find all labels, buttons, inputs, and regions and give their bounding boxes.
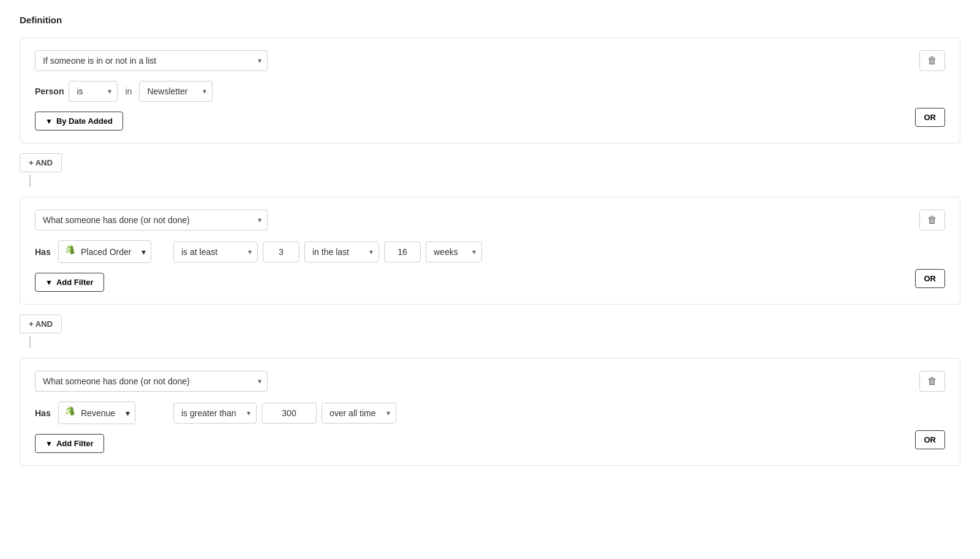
block2-has-label: Has bbox=[35, 247, 53, 257]
and-connector-1: + AND bbox=[20, 153, 960, 187]
and-button-2[interactable]: + AND bbox=[20, 314, 62, 333]
block2-event-wrapper[interactable]: Placed Order ▾ bbox=[58, 240, 168, 263]
condition-block-2: What someone has done (or not done) If s… bbox=[20, 197, 960, 305]
block3-header: What someone has done (or not done) If s… bbox=[35, 371, 945, 392]
block3-filter-icon: ▼ bbox=[45, 439, 53, 448]
block1-person-is-wrapper[interactable]: is is not ▾ bbox=[69, 81, 118, 102]
block2-condition-wrapper[interactable]: is at least is at most equals does not e… bbox=[173, 241, 258, 262]
block3-filter-label: Add Filter bbox=[56, 439, 94, 448]
block2-condition-row: Has Placed Order ▾ is at least is at mos… bbox=[35, 240, 945, 263]
block1-or-button[interactable]: OR bbox=[915, 108, 946, 127]
block1-person-is-select[interactable]: is is not bbox=[69, 81, 118, 102]
block2-header: What someone has done (or not done) If s… bbox=[35, 210, 945, 230]
block2-bottom-row: ▼ Add Filter OR bbox=[35, 265, 945, 292]
block3-condition-wrapper[interactable]: is greater than is less than equals is a… bbox=[173, 403, 257, 424]
block2-unit-select[interactable]: weeks days months bbox=[426, 241, 482, 262]
block3-bottom-row: ▼ Add Filter OR bbox=[35, 427, 945, 453]
block3-shopify-icon bbox=[65, 406, 77, 420]
block3-filter-button[interactable]: ▼ Add Filter bbox=[35, 434, 104, 453]
connector-line-1 bbox=[29, 175, 31, 187]
block2-type-select-wrapper[interactable]: What someone has done (or not done) If s… bbox=[35, 210, 268, 230]
block2-or-button[interactable]: OR bbox=[915, 269, 946, 288]
block3-timeframe-wrapper[interactable]: over all time in the last before after ▾ bbox=[322, 403, 396, 424]
block2-count-input[interactable] bbox=[263, 241, 300, 262]
block2-filter-button[interactable]: ▼ Add Filter bbox=[35, 273, 104, 292]
block2-trash-icon: 🗑 bbox=[927, 215, 937, 226]
block2-period-input[interactable] bbox=[384, 241, 421, 262]
block3-trash-icon: 🗑 bbox=[927, 376, 937, 387]
block3-type-select[interactable]: What someone has done (or not done) If s… bbox=[35, 371, 268, 392]
block2-timeframe-wrapper[interactable]: in the last over all time before after ▾ bbox=[304, 241, 379, 262]
block1-type-select-wrapper[interactable]: If someone is in or not in a list What s… bbox=[35, 50, 268, 71]
block1-delete-button[interactable]: 🗑 bbox=[919, 50, 945, 71]
block2-delete-button[interactable]: 🗑 bbox=[919, 210, 945, 230]
block1-filter-button[interactable]: ▼ By Date Added bbox=[35, 112, 123, 131]
block2-type-select[interactable]: What someone has done (or not done) If s… bbox=[35, 210, 268, 230]
block3-condition-row: Has Revenue ▾ is greater than is less th… bbox=[35, 401, 945, 424]
block2-timeframe-select[interactable]: in the last over all time before after bbox=[304, 241, 379, 262]
block3-count-input[interactable] bbox=[262, 403, 317, 424]
block1-person-label: Person bbox=[35, 86, 64, 96]
block2-unit-wrapper[interactable]: weeks days months ▾ bbox=[426, 241, 482, 262]
block1-filter-label: By Date Added bbox=[56, 116, 113, 126]
page-title: Definition bbox=[20, 15, 960, 25]
block3-delete-button[interactable]: 🗑 bbox=[919, 371, 945, 392]
block1-in-text: in bbox=[123, 86, 134, 96]
block3-has-label: Has bbox=[35, 408, 53, 418]
block1-filter-icon: ▼ bbox=[45, 117, 53, 126]
and-connector-2: + AND bbox=[20, 314, 960, 348]
and-button-1[interactable]: + AND bbox=[20, 153, 62, 172]
block2-event-chevron: ▾ bbox=[141, 247, 146, 257]
block3-event-chevron: ▾ bbox=[126, 408, 130, 418]
block1-header: If someone is in or not in a list What s… bbox=[35, 50, 945, 71]
block2-condition-select[interactable]: is at least is at most equals does not e… bbox=[173, 241, 258, 262]
block3-event-wrapper[interactable]: Revenue ▾ bbox=[58, 401, 168, 424]
condition-block-3: What someone has done (or not done) If s… bbox=[20, 358, 960, 466]
block3-timeframe-select[interactable]: over all time in the last before after bbox=[322, 403, 396, 424]
block3-or-button[interactable]: OR bbox=[915, 430, 946, 449]
block3-event-text: Revenue bbox=[81, 408, 115, 418]
block1-list-select[interactable]: Newsletter VIP List Subscribers bbox=[139, 81, 213, 102]
condition-block-1: If someone is in or not in a list What s… bbox=[20, 37, 960, 143]
block1-condition-row: Person is is not ▾ in Newsletter VIP Lis… bbox=[35, 81, 945, 102]
block3-condition-select[interactable]: is greater than is less than equals is a… bbox=[173, 403, 257, 424]
block2-filter-icon: ▼ bbox=[45, 278, 53, 287]
block2-filter-label: Add Filter bbox=[56, 278, 94, 287]
connector-line-2 bbox=[29, 336, 31, 348]
block3-type-select-wrapper[interactable]: What someone has done (or not done) If s… bbox=[35, 371, 268, 392]
block2-event-text: Placed Order bbox=[81, 247, 131, 257]
block1-trash-icon: 🗑 bbox=[927, 55, 937, 66]
block2-shopify-icon bbox=[65, 245, 77, 259]
block1-type-select[interactable]: If someone is in or not in a list What s… bbox=[35, 50, 268, 71]
block1-list-wrapper[interactable]: Newsletter VIP List Subscribers ▾ bbox=[139, 81, 213, 102]
block1-bottom-row: ▼ By Date Added OR bbox=[35, 104, 945, 131]
